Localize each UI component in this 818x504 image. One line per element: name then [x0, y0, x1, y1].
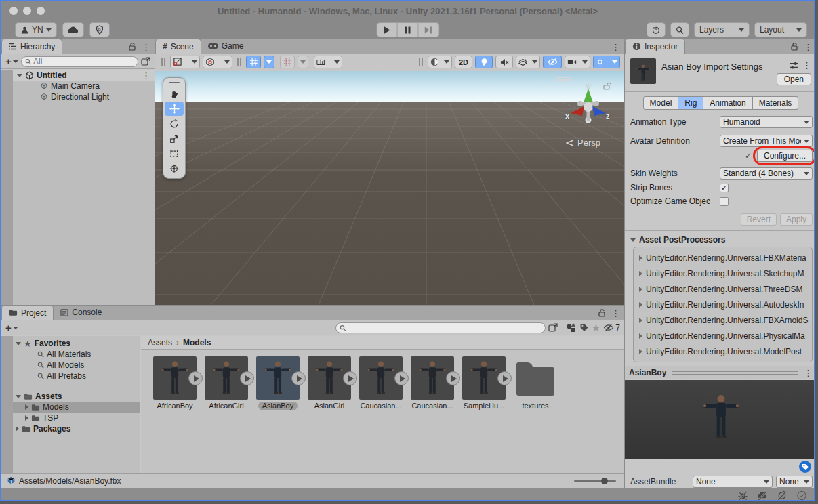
snap-increment-dropdown[interactable]	[298, 56, 308, 68]
audio-toggle[interactable]	[495, 56, 513, 68]
optimize-game-objects-checkbox[interactable]	[720, 197, 729, 206]
tree-all-materials[interactable]: All Materials	[13, 349, 140, 360]
slider-thumb[interactable]	[601, 478, 608, 484]
postprocessor-item[interactable]: UnityEditor.Rendering.Universal.Physical…	[634, 328, 812, 343]
layout-dropdown[interactable]: Layout	[754, 22, 807, 37]
search-by-label-icon[interactable]	[579, 323, 589, 332]
expand-asset-button[interactable]	[343, 371, 357, 385]
tool-settings-dropdown[interactable]	[170, 56, 200, 68]
overlay-drag-handle[interactable]	[169, 82, 180, 83]
lock-icon[interactable]	[129, 43, 136, 51]
hand-tool[interactable]	[165, 87, 184, 101]
foldout-open-icon[interactable]	[17, 74, 22, 77]
transform-tool[interactable]	[165, 161, 184, 175]
grid-snapping-toggle[interactable]: Y	[246, 56, 261, 68]
expand-asset-button[interactable]	[497, 371, 512, 385]
asset-textures-folder[interactable]: textures	[512, 356, 559, 410]
collab-disabled-icon[interactable]	[757, 490, 768, 501]
scene-menu-icon[interactable]: ⋮	[142, 71, 150, 80]
shading-mode-dropdown[interactable]	[428, 56, 452, 68]
ready-check-icon[interactable]	[796, 490, 807, 501]
toolbar-drag-handle[interactable]	[237, 58, 241, 66]
hierarchy-search[interactable]	[21, 56, 138, 67]
postprocessor-item[interactable]: UnityEditor.Rendering.Universal.FBXMater…	[634, 250, 812, 266]
configure-button[interactable]: Configure...	[757, 150, 813, 162]
project-search[interactable]	[335, 322, 546, 333]
breadcrumb-models[interactable]: Models	[183, 338, 211, 348]
tree-assets[interactable]: Assets	[13, 391, 140, 402]
rect-tool[interactable]	[165, 146, 184, 161]
asset-asianboy-selected[interactable]: AsianBoy	[254, 356, 302, 410]
postprocessors-foldout[interactable]: Asset PostProcessors	[630, 235, 725, 245]
tab-inspector[interactable]: Inspector	[625, 39, 685, 54]
postprocessor-item[interactable]: UnityEditor.Rendering.Universal.Sketchup…	[634, 266, 812, 281]
open-in-window-icon[interactable]	[141, 57, 150, 66]
lock-icon[interactable]	[598, 309, 606, 317]
postprocessor-item[interactable]: UnityEditor.Rendering.Universal.ThreeDSM	[634, 281, 812, 297]
asset-caucasiangirl[interactable]: Caucasian...	[409, 356, 456, 410]
tab-materials[interactable]: Materials	[753, 96, 799, 110]
assetbundle-dropdown[interactable]: None	[693, 476, 773, 488]
asset-africanboy[interactable]: AfricanBoy	[151, 356, 199, 410]
asset-caucasianboy[interactable]: Caucasian...	[357, 356, 405, 410]
tab-animation[interactable]: Animation	[703, 96, 752, 110]
perspective-label[interactable]: Persp	[566, 138, 600, 148]
lighting-toggle[interactable]	[475, 56, 493, 68]
preview-menu-icon[interactable]: ⋮	[804, 369, 813, 377]
toolbar-drag-handle[interactable]	[419, 58, 423, 66]
measure-dropdown[interactable]	[314, 56, 342, 68]
scene-visibility-toggle[interactable]	[543, 56, 562, 68]
grid-snapping-dropdown[interactable]	[264, 56, 274, 68]
revert-button[interactable]: Revert	[741, 213, 777, 226]
tab-scene[interactable]: # Scene	[155, 39, 201, 54]
orientation-overlay-handle[interactable]	[556, 77, 571, 81]
open-button[interactable]: Open	[777, 73, 811, 85]
tree-favorites[interactable]: ★ Favorites	[13, 338, 140, 349]
favorites-star-icon[interactable]: ★	[592, 322, 600, 333]
thumbnail-size-slider[interactable]	[574, 477, 616, 485]
panel-menu-icon[interactable]: ⋮	[611, 43, 620, 51]
breadcrumb-assets[interactable]: Assets	[148, 338, 172, 348]
strip-bones-checkbox[interactable]: ✓	[720, 184, 729, 192]
apply-button[interactable]: Apply	[780, 213, 813, 226]
preview-header[interactable]: AsianBoy ⋮	[625, 366, 815, 379]
layers-dropdown[interactable]: Layers	[694, 22, 750, 37]
assetbundle-variant-dropdown[interactable]: None	[776, 476, 813, 488]
tab-model[interactable]: Model	[643, 96, 679, 110]
hierarchy-item-main-camera[interactable]: Main Camera	[13, 81, 155, 91]
move-tool[interactable]	[165, 102, 184, 116]
asset-labels-button[interactable]	[799, 461, 811, 473]
2d-toggle[interactable]: 2D	[455, 56, 472, 68]
asset-asiangirl[interactable]: AsianGirl	[306, 356, 353, 410]
tree-tsp[interactable]: TSP	[13, 413, 140, 423]
gizmos-dropdown[interactable]	[593, 56, 620, 68]
expand-asset-button[interactable]	[240, 371, 254, 385]
presets-icon[interactable]	[789, 61, 799, 70]
step-button[interactable]	[418, 22, 439, 37]
auto-refresh-disabled-icon[interactable]	[777, 490, 788, 501]
postprocessor-item[interactable]: UnityEditor.Rendering.Universal.ModelPos…	[634, 343, 812, 359]
scene-viewport[interactable]: x z y Persp	[155, 71, 624, 305]
search-by-type-icon[interactable]	[566, 323, 577, 333]
hidden-packages-counter[interactable]: 7	[603, 323, 620, 333]
tab-hierarchy[interactable]: Hierarchy	[1, 39, 62, 54]
scene-row-untitled[interactable]: Untitled ⋮	[13, 70, 155, 81]
open-in-window-icon[interactable]	[548, 323, 558, 332]
cloud-services-button[interactable]	[62, 22, 84, 37]
expand-asset-button[interactable]	[188, 371, 203, 385]
search-button[interactable]	[670, 22, 689, 37]
avatar-definition-dropdown[interactable]: Create From This Moc	[720, 135, 813, 147]
preview-resize-handle[interactable]	[672, 371, 798, 375]
effects-dropdown[interactable]	[516, 56, 540, 68]
snap-increment-button[interactable]	[280, 56, 295, 68]
scene-camera-dropdown[interactable]	[565, 56, 590, 68]
tree-packages[interactable]: Packages	[13, 423, 140, 434]
hierarchy-item-directional-light[interactable]: Directional Light	[13, 91, 155, 102]
pause-button[interactable]	[397, 22, 418, 37]
rotate-tool[interactable]	[165, 117, 184, 131]
skin-weights-dropdown[interactable]: Standard (4 Bones)	[720, 167, 813, 180]
account-dropdown[interactable]: YN	[15, 22, 57, 37]
create-asset-button[interactable]: +	[5, 322, 18, 333]
panel-menu-icon[interactable]: ⋮	[611, 309, 620, 318]
create-object-button[interactable]: +	[5, 56, 18, 66]
